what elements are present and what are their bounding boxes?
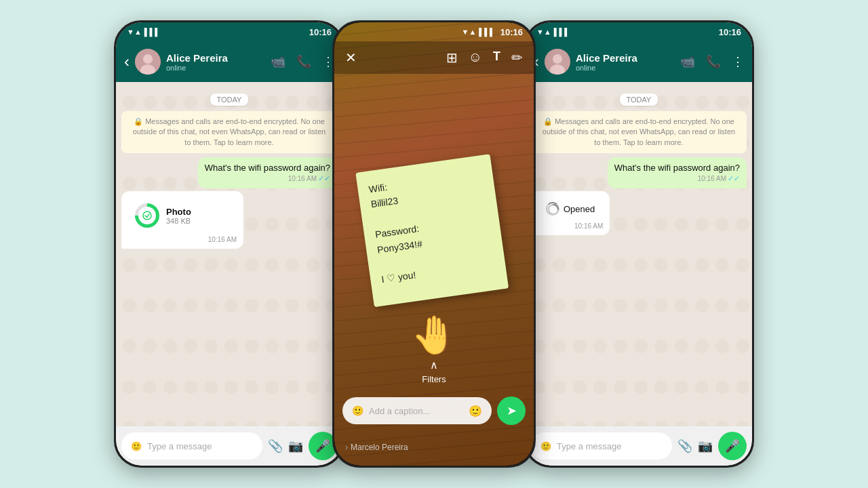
caption-input-field[interactable]: 🙂 Add a caption... 🙂 [342,397,492,424]
close-icon[interactable]: ✕ [345,49,357,66]
encryption-notice-right: 🔒 Messages and calls are end-to-end encr… [531,111,747,153]
opened-time-right: 10:16 AM [538,222,603,230]
status-time-left: 10:16 [309,27,332,37]
check-mark-right: ✓✓ [728,174,740,183]
header-icons-right: 📹 📞 ⋮ [680,54,744,69]
video-call-icon-left[interactable]: 📹 [271,54,285,69]
photo-size-left: 348 KB [166,217,191,225]
received-opened-right: Opened 10:16 AM [531,191,747,235]
video-call-icon-right[interactable]: 📹 [680,54,695,69]
phone-middle-inner: Wifi: Billil23 Password: Pony334!# I ♡ y… [334,22,534,466]
emoji-add-icon[interactable]: ☺ [469,49,482,66]
send-icon-middle: ➤ [507,403,517,418]
photo-time-left: 10:16 AM [128,236,237,243]
viewer-icons-right: ⊞ ☺ T ✏ [446,49,523,66]
bubble-sent-right: What's the wifi password again? 10:16 AM… [608,157,747,188]
opened-content-right: Opened [538,197,603,221]
image-area: Wifi: Billil23 Password: Pony334!# I ♡ y… [334,22,534,466]
sticky-note: Wifi: Billil23 Password: Pony334!# I ♡ y… [355,154,509,307]
opened-bubble-right: Opened 10:16 AM [531,191,610,235]
status-bar-right: ▼▲ ▌▌▌ 10:16 [526,22,752,41]
contact-name-right: Alice Pereira [576,52,675,64]
contact-info-right: Alice Pereira online [576,52,675,72]
photo-icon-circle-left [135,203,159,228]
avatar-img-right [545,49,570,75]
phone-call-icon-right[interactable]: 📞 [706,54,721,69]
phone-middle: Wifi: Billil23 Password: Pony334!# I ♡ y… [332,20,536,468]
phone-left-inner: ▼▲ ▌▌▌ 10:16 ‹ [116,22,342,466]
hand-icon: 🤚 [411,313,458,357]
input-placeholder-left: Type a message [147,441,253,451]
sticky-text: Wifi: Billil23 Password: Pony334!# I ♡ y… [368,166,495,287]
text-add-icon[interactable]: T [493,49,500,66]
svg-point-5 [553,54,562,64]
emoji-icon-right[interactable]: 🙂 [540,441,551,451]
input-placeholder-right: Type a message [557,441,663,451]
contact-info-left: Alice Pereira online [166,52,265,72]
date-badge-left: TODAY [210,94,249,106]
back-button-left[interactable]: ‹ [124,52,130,71]
photo-bubble-left[interactable]: Photo 348 KB 10:16 AM [121,191,243,249]
filters-arrow-icon: ∧ [430,359,438,371]
sent-text-left: What's the wifi password again? [205,163,330,173]
send-button-middle[interactable]: ➤ [497,396,526,425]
input-bar-right: 🙂 Type a message 📎 📷 🎤 [526,426,752,466]
chat-header-left: ‹ Alice Pereira online [116,41,342,82]
caption-placeholder: Add a caption... [369,406,463,416]
status-bar-left: ▼▲ ▌▌▌ 10:16 [116,22,342,41]
sent-message-left: What's the wifi password again? 10:16 AM… [121,157,337,188]
photo-content-left: Photo 348 KB [128,197,237,235]
mic-button-right[interactable]: 🎤 [718,432,747,460]
emoji-icon-left[interactable]: 🙂 [131,441,142,451]
signal-bars-icon-right: ▌▌▌ [554,28,570,36]
phone-right: ▼▲ ▌▌▌ 10:16 ‹ [524,20,754,468]
sender-name: Marcelo Pereira [351,443,408,452]
filters-bar: ∧ Filters [334,359,534,384]
wifi-signal-icon-right: ▼▲ [536,28,551,36]
chat-header-right: ‹ Alice Pereira online 📹 [526,41,752,82]
draw-icon[interactable]: ✏ [511,49,523,66]
right-status-icons: ▼▲ ▌▌▌ [536,28,570,36]
phone-call-icon-left[interactable]: 📞 [296,54,311,69]
date-divider-right: TODAY [531,93,747,106]
svg-point-3 [143,211,151,220]
bubble-sent-left: What's the wifi password again? 10:16 AM… [198,157,337,188]
left-status-icons: ▼▲ ▌▌▌ [127,28,160,36]
phone-left: ▼▲ ▌▌▌ 10:16 ‹ [114,20,344,468]
received-photo-left[interactable]: Photo 348 KB 10:16 AM [121,191,337,249]
contact-name-left: Alice Pereira [166,52,265,64]
photo-info-left: Photo 348 KB [166,207,191,225]
header-icons-left: 📹 📞 ⋮ [271,54,334,69]
sent-text-right: What's the wifi password again? [614,163,740,173]
attach-icon-left[interactable]: 📎 [268,439,283,453]
chevron-right-icon: › [345,443,348,452]
wifi-signal-icon: ▼▲ [127,28,142,36]
attach-icon-right[interactable]: 📎 [677,439,692,453]
avatar-left [135,49,161,75]
caption-emoji-icon[interactable]: 🙂 [352,405,363,416]
message-input-left[interactable]: 🙂 Type a message [121,432,262,460]
camera-icon-right[interactable]: 📷 [698,439,713,453]
contact-status-left: online [166,64,265,72]
opened-label-right: Opened [564,204,595,214]
message-input-right[interactable]: 🙂 Type a message [531,432,672,460]
check-mark-left: ✓✓ [318,174,330,183]
chat-area-left: TODAY 🔒 Messages and calls are end-to-en… [116,82,342,426]
date-divider-left: TODAY [121,93,337,106]
phones-container: ▼▲ ▌▌▌ 10:16 ‹ [0,0,868,488]
viewer-top-bar: ✕ ⊞ ☺ T ✏ [334,41,534,74]
chat-area-right: TODAY 🔒 Messages and calls are end-to-en… [526,82,752,426]
photo-icon-inner-left [138,207,156,224]
viewer-status-bar: ▼▲ ▌▌▌ 10:16 [334,22,534,41]
crop-icon[interactable]: ⊞ [446,49,458,66]
viewer-status-icons: ▼▲ ▌▌▌ [462,28,495,36]
filters-label: Filters [422,374,446,384]
status-time-right: 10:16 [719,27,741,37]
camera-icon-left[interactable]: 📷 [288,439,303,453]
caption-bar: 🙂 Add a caption... 🙂 ➤ [334,396,534,425]
signal-bars-icon: ▌▌▌ [144,28,160,36]
more-icon-right[interactable]: ⋮ [732,54,744,69]
caption-sticker-icon[interactable]: 🙂 [469,405,482,418]
sent-time-right: 10:16 AM ✓✓ [614,174,740,183]
photo-name-left: Photo [166,207,191,217]
